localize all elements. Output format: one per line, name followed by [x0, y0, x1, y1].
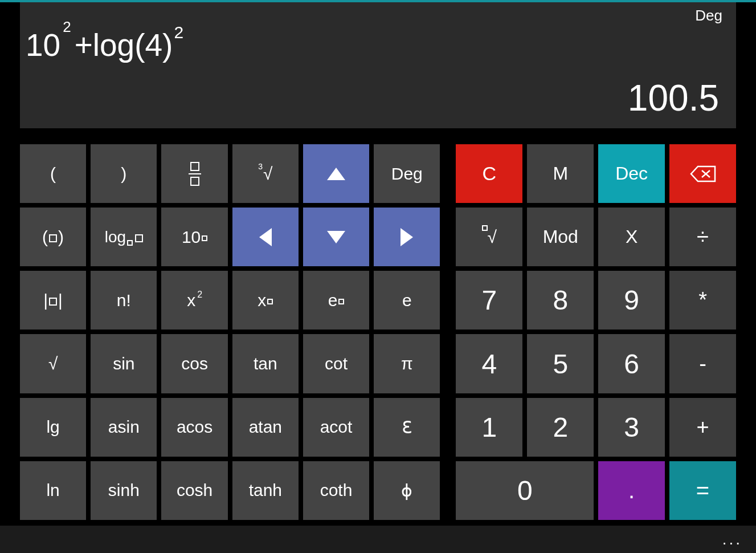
memory-button[interactable]: M — [527, 144, 594, 203]
atan-button[interactable]: atan — [232, 398, 299, 457]
dec-mode-button[interactable]: Dec — [598, 144, 665, 203]
nth-root-icon: √ — [482, 227, 497, 247]
digit-0-label: 0 — [517, 475, 533, 506]
arrow-up-icon — [327, 168, 345, 180]
acot-button[interactable]: acot — [303, 398, 369, 457]
arrow-left-icon — [259, 228, 272, 246]
tanh-button[interactable]: tanh — [232, 461, 299, 520]
dec-label: Dec — [615, 163, 648, 184]
acos-button[interactable]: acos — [161, 398, 227, 457]
expression-display: 10 2 +log(4) 2 — [26, 30, 183, 61]
euler-label: ℇ — [402, 417, 412, 437]
factorial-button[interactable]: n! — [91, 271, 157, 330]
abs-button[interactable]: | | — [20, 271, 86, 330]
digit-2-button[interactable]: 2 — [527, 398, 594, 457]
rparen-label: ) — [121, 164, 126, 184]
sqrt-button[interactable]: √ — [20, 334, 86, 393]
sin-button[interactable]: sin — [91, 334, 157, 393]
pi-button[interactable]: π — [374, 334, 440, 393]
backspace-button[interactable] — [669, 144, 736, 203]
log-base-label: log — [105, 228, 143, 246]
asin-button[interactable]: asin — [91, 398, 157, 457]
parentheses-placeholder-button[interactable]: ( ) — [20, 208, 86, 266]
variable-x-button[interactable]: X — [598, 208, 665, 266]
asin-label: asin — [108, 417, 140, 437]
e-power-label: e — [328, 291, 345, 310]
equals-label: = — [696, 478, 709, 503]
x-squared-button[interactable]: x 2 — [161, 271, 227, 330]
ten-power-button[interactable]: 10 — [161, 208, 227, 266]
sin-label: sin — [113, 354, 134, 373]
lg-button[interactable]: lg — [20, 398, 86, 457]
digit-5-button[interactable]: 5 — [527, 334, 594, 393]
digit-0-button[interactable]: 0 — [456, 461, 594, 520]
e-power-button[interactable]: e — [303, 271, 369, 330]
equals-button[interactable]: = — [669, 461, 736, 520]
digit-1-button[interactable]: 1 — [456, 398, 522, 457]
divide-button[interactable]: ÷ — [669, 208, 736, 266]
lparen-label: ( — [50, 164, 56, 184]
euler-constant-button[interactable]: ℇ — [374, 398, 440, 457]
digit-3-label: 3 — [624, 412, 639, 443]
digit-2-label: 2 — [553, 412, 568, 443]
rparen-button[interactable]: ) — [91, 144, 157, 203]
digit-9-label: 9 — [624, 284, 639, 316]
x-power-label: x — [258, 291, 273, 310]
arrow-down-icon — [327, 231, 345, 243]
pi-label: π — [401, 354, 413, 373]
decimal-label: . — [628, 478, 635, 503]
divide-label: ÷ — [697, 225, 709, 249]
digit-3-button[interactable]: 3 — [598, 398, 665, 457]
cube-root-button[interactable]: 3 √ — [232, 144, 299, 203]
log-base-button[interactable]: log — [91, 208, 157, 266]
lparen-button[interactable]: ( — [20, 144, 86, 203]
multiply-button[interactable]: * — [669, 271, 736, 330]
decimal-point-button[interactable]: . — [598, 461, 665, 520]
arrow-down-button[interactable] — [303, 208, 369, 266]
arrow-left-button[interactable] — [232, 208, 299, 266]
expr-exp-2: 2 — [174, 24, 183, 41]
keypad-area: ( ) 3 √ Deg ( ) — [0, 128, 756, 526]
cos-button[interactable]: cos — [161, 334, 227, 393]
clear-button[interactable]: C — [456, 144, 522, 203]
digit-9-button[interactable]: 9 — [598, 271, 665, 330]
numeric-pad: C M Dec √ Mod X ÷ 7 8 — [456, 144, 736, 520]
memory-label: M — [553, 163, 568, 184]
deg-button[interactable]: Deg — [374, 144, 440, 203]
subtract-label: - — [699, 352, 706, 376]
phi-label: ϕ — [401, 481, 412, 501]
digit-8-button[interactable]: 8 — [527, 271, 594, 330]
add-button[interactable]: + — [669, 398, 736, 457]
sqrt-label: √ — [48, 354, 58, 373]
sinh-button[interactable]: sinh — [91, 461, 157, 520]
x-power-button[interactable]: x — [232, 271, 299, 330]
digit-6-label: 6 — [624, 348, 639, 380]
mod-button[interactable]: Mod — [527, 208, 594, 266]
atan-label: atan — [249, 417, 282, 437]
arrow-right-button[interactable] — [374, 208, 440, 266]
digit-6-button[interactable]: 6 — [598, 334, 665, 393]
more-menu-button[interactable]: ... — [722, 530, 742, 548]
e-constant-button[interactable]: e — [374, 271, 440, 330]
subtract-button[interactable]: - — [669, 334, 736, 393]
phi-button[interactable]: ϕ — [374, 461, 440, 520]
cot-label: cot — [325, 354, 348, 373]
fraction-button[interactable] — [161, 144, 227, 203]
clear-label: C — [483, 162, 497, 185]
ln-button[interactable]: ln — [20, 461, 86, 520]
nth-root-button[interactable]: √ — [456, 208, 522, 266]
digit-4-button[interactable]: 4 — [456, 334, 522, 393]
lg-label: lg — [46, 417, 59, 437]
tan-button[interactable]: tan — [232, 334, 299, 393]
arrow-up-button[interactable] — [303, 144, 369, 203]
multiply-label: * — [698, 288, 707, 312]
add-label: + — [696, 415, 709, 440]
digit-7-button[interactable]: 7 — [456, 271, 522, 330]
cot-button[interactable]: cot — [303, 334, 369, 393]
parens-placeholder-label: ( ) — [42, 227, 64, 247]
cosh-button[interactable]: cosh — [161, 461, 227, 520]
deg-label: Deg — [391, 164, 423, 184]
display-panel: Deg 10 2 +log(4) 2 100.5 — [20, 2, 736, 128]
coth-button[interactable]: coth — [303, 461, 369, 520]
digit-8-label: 8 — [553, 284, 568, 316]
